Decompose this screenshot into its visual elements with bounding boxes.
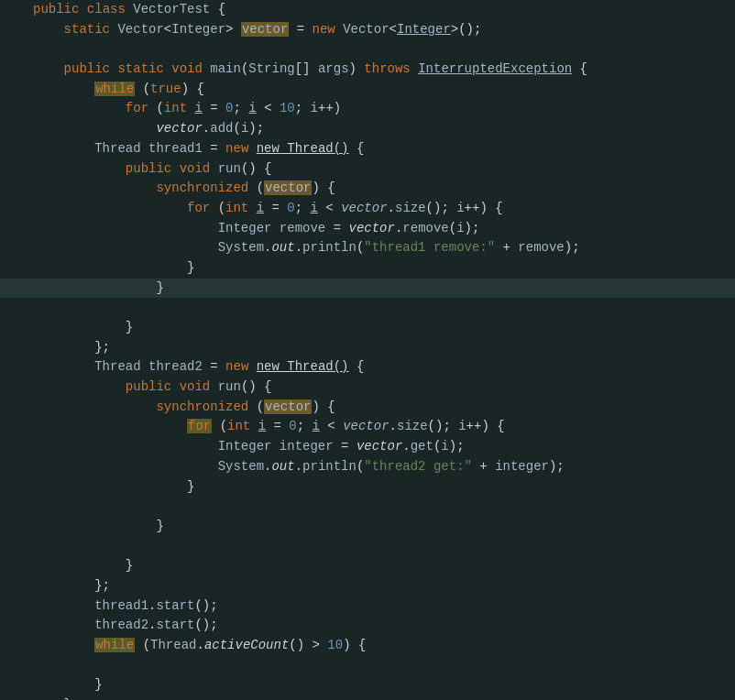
line-content-34 [27, 656, 735, 676]
line-content-36: } [27, 695, 735, 700]
line-content-5: while (true) { [27, 80, 735, 100]
line-content-10: synchronized (vector) { [27, 179, 735, 199]
line-12: Integer remove = vector.remove(i); [0, 219, 735, 239]
line-content-21: synchronized (vector) { [27, 398, 735, 418]
line-36: } [0, 695, 735, 700]
line-content-6: for (int i = 0; i < 10; i++) [27, 99, 735, 119]
line-27: } [0, 517, 735, 537]
line-content-18: }; [27, 338, 735, 358]
line-content-33: while (Thread.activeCount() > 10) { [27, 636, 735, 656]
line-20: public void run() { [0, 377, 735, 398]
code-editor: public class VectorTest { static Vector<… [0, 0, 735, 700]
line-17: } [0, 318, 735, 338]
line-content-28 [27, 537, 735, 557]
line-content-32: thread2.start(); [27, 616, 735, 636]
line-33: while (Thread.activeCount() > 10) { [0, 636, 735, 656]
line-18: }; [0, 338, 735, 358]
line-5: while (true) { [0, 80, 735, 100]
line-content-2: static Vector<Integer> vector = new Vect… [27, 20, 735, 40]
line-content-31: thread1.start(); [27, 596, 735, 617]
line-content-8: Thread thread1 = new new Thread() { [27, 139, 735, 159]
line-content-29: } [27, 556, 735, 576]
line-25: } [0, 477, 735, 498]
line-11: for (int i = 0; i < vector.size(); i++) … [0, 199, 735, 219]
line-content-15: } [27, 279, 735, 299]
line-content-23: Integer integer = vector.get(i); [27, 437, 735, 457]
line-7: vector.add(i); [0, 119, 735, 139]
line-content-7: vector.add(i); [27, 119, 735, 139]
line-15: } [0, 279, 735, 299]
line-content-35: } [27, 675, 735, 695]
line-32: thread2.start(); [0, 616, 735, 636]
line-content-14: } [27, 258, 735, 279]
line-content-30: }; [27, 576, 735, 596]
line-19: Thread thread2 = new new Thread() { [0, 357, 735, 377]
line-13: System.out.println("thread1 remove:" + r… [0, 238, 735, 258]
line-3 [0, 39, 735, 60]
line-content-16 [27, 298, 735, 318]
line-34 [0, 656, 735, 676]
line-content-20: public void run() { [27, 377, 735, 398]
line-content-26 [27, 497, 735, 517]
line-content-22: for (int i = 0; i < vector.size(); i++) … [27, 417, 735, 437]
line-content-25: } [27, 477, 735, 498]
line-16 [0, 298, 735, 318]
line-content-1: public class VectorTest { [27, 0, 735, 20]
line-21: synchronized (vector) { [0, 398, 735, 418]
line-31: thread1.start(); [0, 596, 735, 617]
line-22: for (int i = 0; i < vector.size(); i++) … [0, 417, 735, 437]
line-29: } [0, 556, 735, 576]
line-9: public void run() { [0, 159, 735, 180]
line-23: Integer integer = vector.get(i); [0, 437, 735, 457]
line-2: static Vector<Integer> vector = new Vect… [0, 20, 735, 40]
line-24: System.out.println("thread2 get:" + inte… [0, 457, 735, 477]
line-content-9: public void run() { [27, 159, 735, 180]
line-14: } [0, 258, 735, 279]
line-content-3 [27, 39, 735, 60]
line-content-27: } [27, 517, 735, 537]
line-content-13: System.out.println("thread1 remove:" + r… [27, 238, 735, 258]
line-content-17: } [27, 318, 735, 338]
line-10: synchronized (vector) { [0, 179, 735, 199]
line-content-19: Thread thread2 = new new Thread() { [27, 357, 735, 377]
line-content-12: Integer remove = vector.remove(i); [27, 219, 735, 239]
line-1: public class VectorTest { [0, 0, 735, 20]
line-content-24: System.out.println("thread2 get:" + inte… [27, 457, 735, 477]
line-6: for (int i = 0; i < 10; i++) [0, 99, 735, 119]
line-8: Thread thread1 = new new Thread() { [0, 139, 735, 159]
line-content-11: for (int i = 0; i < vector.size(); i++) … [27, 199, 735, 219]
line-30: }; [0, 576, 735, 596]
line-28 [0, 537, 735, 557]
line-content-4: public static void main(String[] args) t… [27, 60, 735, 80]
line-26 [0, 497, 735, 517]
line-35: } [0, 675, 735, 695]
line-4: public static void main(String[] args) t… [0, 60, 735, 80]
